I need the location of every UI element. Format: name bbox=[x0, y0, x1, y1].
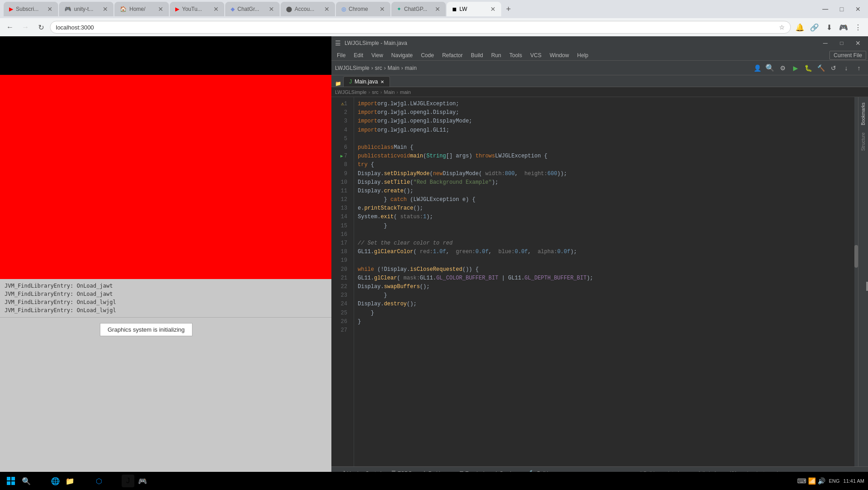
code-line-21: GL11.glClear( mask: GL11.GL_COLOR_BUFFER… bbox=[358, 274, 854, 283]
tab-close[interactable]: ✕ bbox=[490, 5, 496, 13]
menu-tools[interactable]: Tools bbox=[506, 51, 526, 59]
tab-lw[interactable]: ◼ LW ✕ bbox=[447, 2, 501, 16]
menu-file[interactable]: File bbox=[333, 51, 349, 59]
extensions-button[interactable]: 🔗 bbox=[808, 21, 821, 34]
tray-volume[interactable]: 🔊 bbox=[818, 477, 825, 485]
scrollbar-thumb[interactable] bbox=[854, 245, 858, 268]
download-button[interactable]: ⬇ bbox=[823, 21, 835, 34]
git2-button[interactable]: ↓ bbox=[841, 63, 852, 74]
taskbar-explorer[interactable]: 📁 bbox=[64, 475, 76, 487]
menu-view[interactable]: View bbox=[368, 51, 387, 59]
structure-tab[interactable]: Structure bbox=[859, 129, 868, 155]
tray-keyboard[interactable]: ⌨ bbox=[797, 477, 806, 485]
taskbar-terminal[interactable]: ⊡ bbox=[107, 475, 120, 487]
run-button[interactable]: ▶ bbox=[790, 63, 801, 74]
code-line-10: Display.setTitle("Red Background Example… bbox=[358, 178, 854, 187]
code-line-6: public class Main { bbox=[358, 143, 854, 152]
bread-main[interactable]: Main bbox=[384, 89, 395, 95]
line-3: 3 bbox=[331, 117, 350, 126]
taskbar-edge[interactable]: 🌐 bbox=[49, 475, 62, 487]
tab-close[interactable]: ✕ bbox=[213, 5, 219, 13]
tab-yt-subs[interactable]: ▶ Subscri... ✕ bbox=[4, 2, 58, 16]
reload-button[interactable]: ↻ bbox=[35, 21, 47, 34]
ide-toolbar: LWJGLSimple › src › Main › main 👤 🔍 ⚙ ▶ … bbox=[331, 61, 868, 75]
tab-close[interactable]: ✕ bbox=[269, 5, 274, 13]
code-line-11: Display.create(); bbox=[358, 187, 854, 196]
avatar-button[interactable]: 🎮 bbox=[837, 21, 850, 34]
taskbar-vscode[interactable]: ⬡ bbox=[93, 475, 105, 487]
scrollbar-track[interactable] bbox=[854, 97, 858, 466]
tab-github[interactable]: ⬤ Accou... ✕ bbox=[281, 2, 335, 16]
code-line-19 bbox=[358, 256, 854, 265]
bottom-panel: Graphics system is initializing bbox=[0, 317, 331, 490]
menu-window[interactable]: Window bbox=[546, 51, 573, 59]
taskbar-chrome[interactable]: ◎ bbox=[78, 475, 91, 487]
bread-project[interactable]: LWJGLSimple bbox=[335, 89, 366, 95]
ide-close-button[interactable]: ✕ bbox=[852, 37, 864, 49]
menu-edit[interactable]: Edit bbox=[350, 51, 367, 59]
taskbar-search[interactable]: 🔍 bbox=[20, 475, 33, 487]
minimize-button[interactable]: ─ bbox=[819, 3, 832, 15]
code-line-7: public static void main(String[] args) t… bbox=[358, 152, 854, 161]
profile-button[interactable]: 👤 bbox=[752, 63, 763, 74]
search-everywhere-button[interactable]: 🔍 bbox=[764, 63, 775, 74]
tab-close[interactable]: ✕ bbox=[158, 5, 163, 13]
menu-vcs[interactable]: VCS bbox=[527, 51, 545, 59]
star-icon[interactable]: ☆ bbox=[779, 24, 785, 31]
tab-close-icon[interactable]: ✕ bbox=[380, 79, 384, 84]
menu-build[interactable]: Build bbox=[467, 51, 487, 59]
debug-button[interactable]: 🐛 bbox=[803, 63, 814, 74]
menu-refactor[interactable]: Refactor bbox=[439, 51, 466, 59]
menu-run[interactable]: Run bbox=[488, 51, 505, 59]
menu-button[interactable]: ⋮ bbox=[852, 21, 864, 34]
ide-maximize-button[interactable]: □ bbox=[835, 37, 848, 49]
menu-help[interactable]: Help bbox=[573, 51, 592, 59]
tab-close[interactable]: ✕ bbox=[47, 5, 53, 13]
build-button[interactable]: 🔨 bbox=[815, 63, 826, 74]
tab-close[interactable]: ✕ bbox=[380, 5, 385, 13]
tab-unity[interactable]: 🎮 unity-t... ✕ bbox=[59, 2, 113, 16]
code-area[interactable]: import org.lwjgl.LWJGLException; import … bbox=[354, 97, 858, 466]
taskbar-language: ENG bbox=[829, 478, 840, 484]
address-box[interactable]: localhost:3000 ☆ bbox=[50, 21, 791, 34]
tab-close[interactable]: ✕ bbox=[324, 5, 330, 13]
tab-label: YouTu... bbox=[182, 6, 211, 12]
discord-icon: ◆ bbox=[231, 6, 235, 12]
tab-chrome[interactable]: ◎ Chrome ✕ bbox=[336, 2, 390, 16]
bread-src[interactable]: src bbox=[372, 89, 379, 95]
tab-chatgr[interactable]: ◆ ChatGr... ✕ bbox=[225, 2, 280, 16]
menu-navigate[interactable]: Navigate bbox=[388, 51, 416, 59]
tab-close[interactable]: ✕ bbox=[103, 5, 108, 13]
notifications-button[interactable]: 🔔 bbox=[794, 21, 806, 34]
tab-yt2[interactable]: ▶ YouTu... ✕ bbox=[170, 2, 224, 16]
settings-button[interactable]: ⚙ bbox=[777, 63, 788, 74]
taskbar-unknown[interactable]: ◼ bbox=[151, 475, 163, 487]
line-9: 9 bbox=[331, 170, 350, 178]
code-line-16 bbox=[358, 230, 854, 239]
tab-chatgpt[interactable]: ✦ ChatGP... ✕ bbox=[391, 2, 446, 16]
line-2: 2 bbox=[331, 108, 350, 117]
taskbar-taskview[interactable]: ⧉ bbox=[35, 475, 47, 487]
ide-minimize-button[interactable]: ─ bbox=[819, 37, 832, 49]
maximize-button[interactable]: □ bbox=[835, 3, 848, 15]
git-button[interactable]: ↺ bbox=[828, 63, 839, 74]
tab-close[interactable]: ✕ bbox=[435, 5, 440, 13]
current-file-dropdown[interactable]: Current File bbox=[829, 51, 866, 60]
menu-code[interactable]: Code bbox=[417, 51, 438, 59]
new-tab-button[interactable]: + bbox=[502, 3, 515, 15]
line-15: 15 bbox=[331, 222, 350, 230]
taskbar-intellij[interactable]: J bbox=[122, 475, 134, 487]
back-button[interactable]: ← bbox=[4, 21, 16, 34]
forward-button[interactable]: → bbox=[19, 21, 32, 34]
close-button[interactable]: ✕ bbox=[852, 3, 864, 15]
tab-home[interactable]: 🏠 Home/ ✕ bbox=[114, 2, 169, 16]
start-button[interactable] bbox=[4, 474, 18, 488]
editor-tab-main[interactable]: J Main.java ✕ bbox=[343, 76, 390, 87]
bread-method[interactable]: main bbox=[400, 89, 411, 95]
git3-button[interactable]: ↑ bbox=[853, 63, 864, 74]
line-22: 22 bbox=[331, 283, 350, 291]
taskbar-game[interactable]: 🎮 bbox=[136, 475, 149, 487]
tray-network[interactable]: 📶 bbox=[808, 477, 816, 485]
bookmarks-tab[interactable]: Bookmarks bbox=[859, 99, 868, 129]
yt2-icon: ▶ bbox=[175, 6, 179, 12]
